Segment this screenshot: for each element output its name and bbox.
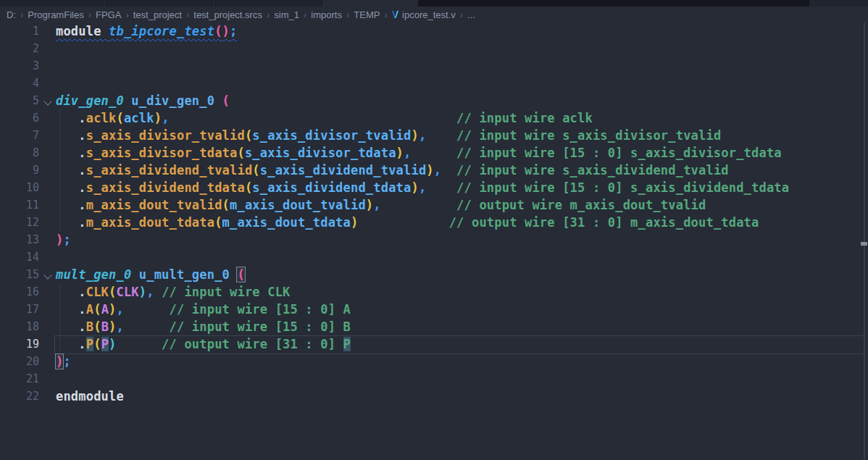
breadcrumb-separator-icon: › bbox=[262, 9, 274, 20]
code-text: module tb_ipcore_test(); bbox=[56, 22, 237, 40]
code-text: .s_axis_divisor_tdata(s_axis_divisor_tda… bbox=[56, 144, 782, 162]
code-line[interactable]: 14 bbox=[0, 248, 868, 266]
code-line[interactable]: 21 bbox=[0, 370, 868, 388]
code-text: .m_axis_dout_tdata(m_axis_dout_tdata) //… bbox=[56, 214, 759, 231]
editor-window: D:›ProgramFiles›FPGA›test_project›test_p… bbox=[0, 0, 868, 460]
breadcrumb-separator-icon: › bbox=[16, 9, 28, 20]
line-number[interactable]: 12 bbox=[0, 214, 39, 231]
line-number[interactable]: 4 bbox=[0, 75, 39, 92]
breadcrumb: D:›ProgramFiles›FPGA›test_project›test_p… bbox=[0, 7, 868, 22]
code-text: .P(P) // output wire [31 : 0] P bbox=[56, 335, 351, 353]
overview-ruler[interactable] bbox=[864, 22, 865, 460]
line-number[interactable]: 15 bbox=[0, 266, 39, 283]
line-number[interactable]: 18 bbox=[0, 318, 39, 335]
overview-ruler-cursor-mark bbox=[861, 242, 867, 246]
line-number[interactable]: 8 bbox=[0, 144, 39, 162]
line-number[interactable]: 21 bbox=[0, 370, 39, 388]
breadcrumb-item[interactable]: D: bbox=[7, 9, 16, 20]
code-line[interactable]: 11 .m_axis_dout_tvalid(m_axis_dout_tvali… bbox=[0, 196, 868, 214]
tab-bar bbox=[0, 0, 868, 7]
tab-remnant[interactable] bbox=[107, 0, 215, 7]
code-line[interactable]: 1module tb_ipcore_test(); bbox=[0, 22, 868, 40]
code-line[interactable]: 4 bbox=[0, 75, 868, 92]
code-text: .m_axis_dout_tvalid(m_axis_dout_tvalid),… bbox=[56, 196, 706, 214]
line-number[interactable]: 19 bbox=[0, 335, 39, 353]
tab-bar-corner bbox=[809, 0, 868, 7]
code-line[interactable]: 5div_gen_0 u_div_gen_0 ( bbox=[0, 92, 868, 109]
code-line[interactable]: 8 .s_axis_divisor_tdata(s_axis_divisor_t… bbox=[0, 144, 868, 162]
breadcrumb-separator-icon: › bbox=[456, 9, 467, 20]
code-text: ); bbox=[56, 353, 71, 370]
line-number[interactable]: 2 bbox=[0, 40, 39, 57]
code-text: div_gen_0 u_div_gen_0 ( bbox=[56, 92, 230, 109]
code-editor[interactable]: 1module tb_ipcore_test();2345div_gen_0 u… bbox=[0, 22, 868, 460]
breadcrumb-item[interactable]: ipcore_test.v bbox=[402, 9, 456, 20]
code-text: .s_axis_dividend_tvalid(s_axis_dividend_… bbox=[56, 162, 729, 179]
breadcrumb-separator-icon: › bbox=[182, 9, 193, 20]
line-number[interactable]: 1 bbox=[0, 22, 39, 40]
code-text: endmodule bbox=[56, 388, 124, 405]
code-line[interactable]: 10 .s_axis_dividend_tdata(s_axis_dividen… bbox=[0, 179, 868, 196]
fold-chevron-down-icon[interactable] bbox=[43, 97, 51, 105]
breadcrumb-item[interactable]: test_project.srcs bbox=[193, 9, 262, 20]
line-number[interactable]: 9 bbox=[0, 162, 39, 179]
code-line[interactable]: 2 bbox=[0, 40, 868, 57]
code-text: .B(B), // input wire [15 : 0] B bbox=[56, 318, 351, 335]
breadcrumb-item[interactable]: FPGA bbox=[96, 9, 121, 20]
line-number[interactable]: 22 bbox=[0, 388, 39, 405]
code-line[interactable]: 6 .aclk(aclk), // input wire aclk bbox=[0, 109, 868, 127]
code-line[interactable]: 16 .CLK(CLK), // input wire CLK bbox=[0, 283, 868, 301]
code-line[interactable]: 20); bbox=[0, 353, 868, 370]
fold-chevron-down-icon[interactable] bbox=[43, 271, 51, 279]
line-number[interactable]: 7 bbox=[0, 127, 39, 144]
breadcrumb-separator-icon: › bbox=[121, 9, 133, 20]
line-number[interactable]: 14 bbox=[0, 248, 39, 266]
code-line[interactable]: 19 .P(P) // output wire [31 : 0] P bbox=[0, 335, 868, 353]
code-line[interactable]: 18 .B(B), // input wire [15 : 0] B bbox=[0, 318, 868, 335]
code-line[interactable]: 9 .s_axis_dividend_tvalid(s_axis_dividen… bbox=[0, 162, 868, 179]
code-text: .A(A), // input wire [15 : 0] A bbox=[56, 301, 351, 318]
line-number[interactable]: 11 bbox=[0, 196, 39, 214]
code-line[interactable]: 3 bbox=[0, 57, 868, 75]
code-line[interactable]: 13); bbox=[0, 231, 868, 248]
code-line[interactable]: 7 .s_axis_divisor_tvalid(s_axis_divisor_… bbox=[0, 127, 868, 144]
code-text: ); bbox=[56, 231, 71, 248]
line-number[interactable]: 16 bbox=[0, 283, 39, 301]
line-number[interactable]: 20 bbox=[0, 353, 39, 370]
tab-remnant[interactable] bbox=[216, 0, 324, 7]
code-text: .CLK(CLK), // input wire CLK bbox=[56, 283, 291, 301]
breadcrumb-item[interactable]: ... bbox=[467, 9, 475, 20]
code-line[interactable]: 15mult_gen_0 u_mult_gen_0 ( bbox=[0, 266, 868, 283]
breadcrumb-separator-icon: › bbox=[380, 9, 391, 20]
line-number[interactable]: 3 bbox=[0, 57, 39, 75]
verilog-file-icon: V bbox=[392, 9, 398, 20]
breadcrumb-item[interactable]: ProgramFiles bbox=[28, 9, 83, 20]
line-number[interactable]: 5 bbox=[0, 92, 39, 109]
breadcrumb-separator-icon: › bbox=[342, 9, 354, 20]
breadcrumb-item[interactable]: imports bbox=[311, 9, 342, 20]
code-text: mult_gen_0 u_mult_gen_0 ( bbox=[56, 266, 245, 283]
code-text: .aclk(aclk), // input wire aclk bbox=[56, 109, 593, 127]
line-number[interactable]: 13 bbox=[0, 231, 39, 248]
tab-remnant-active[interactable] bbox=[324, 0, 418, 7]
code-line[interactable]: 22endmodule bbox=[0, 388, 868, 405]
code-text: .s_axis_dividend_tdata(s_axis_dividend_t… bbox=[56, 179, 789, 196]
tab-remnant[interactable] bbox=[0, 0, 106, 7]
line-number[interactable]: 10 bbox=[0, 179, 39, 196]
breadcrumb-item[interactable]: test_project bbox=[133, 9, 182, 20]
breadcrumb-item[interactable]: sim_1 bbox=[274, 9, 299, 20]
line-number[interactable]: 6 bbox=[0, 109, 39, 127]
breadcrumb-separator-icon: › bbox=[299, 9, 311, 20]
line-number[interactable]: 17 bbox=[0, 301, 39, 318]
breadcrumb-separator-icon: › bbox=[84, 9, 96, 20]
breadcrumb-item[interactable]: TEMP bbox=[354, 9, 380, 20]
code-text: .s_axis_divisor_tvalid(s_axis_divisor_tv… bbox=[56, 127, 721, 144]
code-line[interactable]: 17 .A(A), // input wire [15 : 0] A bbox=[0, 301, 868, 318]
code-line[interactable]: 12 .m_axis_dout_tdata(m_axis_dout_tdata)… bbox=[0, 214, 868, 231]
error-squiggle: module tb_ipcore_test(); bbox=[56, 24, 237, 38]
